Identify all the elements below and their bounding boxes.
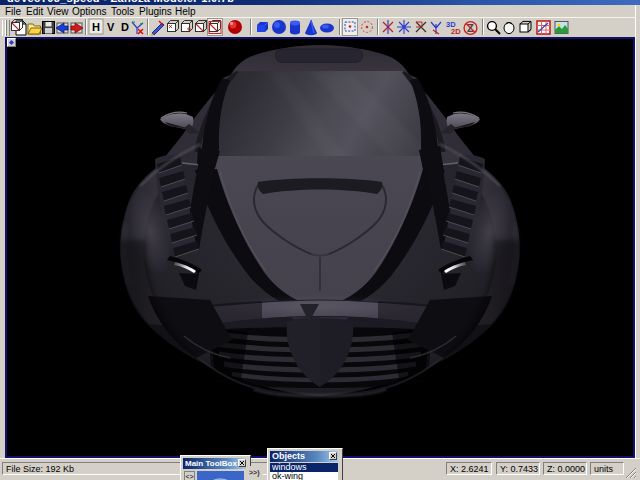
svg-text:D: D xyxy=(121,21,129,33)
svg-text:V: V xyxy=(107,21,115,33)
svg-text:H: H xyxy=(92,21,100,33)
svg-text:2D: 2D xyxy=(451,27,461,36)
